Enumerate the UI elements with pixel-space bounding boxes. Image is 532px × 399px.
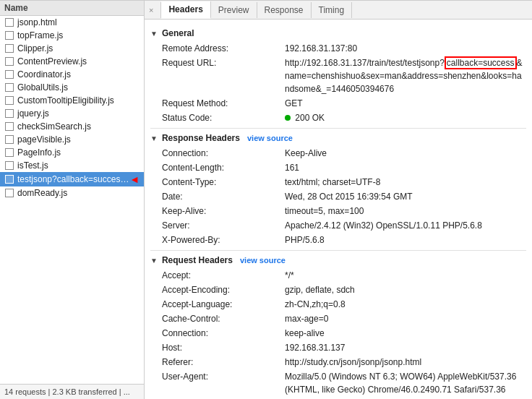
file-name: jsonp.html [17, 17, 57, 27]
file-item[interactable]: checkSimSearch.js [0, 120, 144, 133]
main-container: Name jsonp.htmltopFrame.jsClipper.jsCont… [0, 0, 532, 399]
kv-val: timeout=5, max=100 [285, 205, 364, 218]
kv-val: Apache/2.4.12 (Win32) OpenSSL/1.0.11 PHP… [285, 219, 482, 232]
kv-row: Referer:http://study.cn/json/jsonp/jsonp… [150, 355, 526, 369]
kv-key: Accept-Encoding: [162, 283, 285, 296]
kv-val: 161 [285, 161, 299, 174]
response-headers-title: Response Headers [162, 133, 240, 143]
file-icon [4, 95, 14, 106]
kv-row: Accept:*/* [150, 268, 526, 283]
kv-row: Content-Length:161 [150, 160, 526, 175]
tab-response[interactable]: Response [257, 2, 312, 18]
file-item[interactable]: testjsonp?callback=success&n... ◄ [0, 172, 144, 186]
kv-row: Connection:Keep-Alive [150, 146, 526, 160]
right-panel: × Headers Preview Response Timing ▼ Gene… [145, 1, 532, 399]
tab-preview[interactable]: Preview [211, 2, 257, 18]
file-icon [4, 188, 14, 198]
kv-val: Wed, 28 Oct 2015 16:39:54 GMT [285, 190, 413, 203]
file-list-header: Name [0, 1, 144, 16]
content-area: ▼ General Remote Address: 192.168.31.137… [145, 20, 532, 399]
kv-row: Date:Wed, 28 Oct 2015 16:39:54 GMT [150, 189, 526, 204]
request-triangle: ▼ [150, 257, 158, 265]
file-item[interactable]: jsonp.html [0, 16, 144, 29]
file-icon [4, 30, 14, 40]
response-view-source-link[interactable]: view source [247, 134, 293, 142]
status-code-row: Status Code: 200 OK [150, 111, 526, 125]
response-headers-rows: Connection:Keep-AliveContent-Length:161C… [150, 146, 526, 247]
file-item[interactable]: jquery.js [0, 107, 144, 120]
kv-key: Content-Length: [162, 161, 285, 174]
file-icon [4, 43, 14, 53]
request-method-row: Request Method: GET [150, 96, 526, 111]
file-icon [4, 147, 14, 158]
tabs-bar: × Headers Preview Response Timing [145, 1, 532, 20]
file-name: Coordinator.js [17, 69, 71, 80]
file-item[interactable]: Clipper.js [0, 42, 144, 55]
remote-address-value: 192.168.31.137:80 [285, 42, 357, 55]
kv-row: Host:192.168.31.137 [150, 340, 526, 355]
file-item[interactable]: isTest.js [0, 159, 144, 172]
file-name: checkSimSearch.js [17, 121, 91, 132]
kv-key: Date: [162, 190, 285, 203]
kv-val: 192.168.31.137 [285, 341, 345, 354]
kv-key: Server: [162, 219, 285, 232]
file-icon [4, 160, 14, 171]
file-item[interactable]: pageVisible.js [0, 133, 144, 146]
kv-val: keep-alive [285, 327, 325, 340]
response-triangle: ▼ [150, 134, 158, 142]
kv-val: max-age=0 [285, 312, 328, 325]
kv-key: Referer: [162, 356, 285, 369]
kv-key: X-Powered-By: [162, 233, 285, 246]
kv-row: Accept-Encoding:gzip, deflate, sdch [150, 283, 526, 297]
file-item[interactable]: topFrame.js [0, 29, 144, 42]
kv-key: Cache-Control: [162, 312, 285, 325]
kv-row: Keep-Alive:timeout=5, max=100 [150, 204, 526, 218]
request-url-highlight: callback=success [445, 56, 517, 69]
kv-val: Mozilla/5.0 (Windows NT 6.3; WOW64) Appl… [285, 370, 526, 396]
kv-row: Cache-Control:max-age=0 [150, 312, 526, 326]
kv-row: Accept-Language:zh-CN,zh;q=0.8 [150, 297, 526, 312]
active-arrow-icon: ◄ [129, 173, 140, 185]
tab-close-btn[interactable]: × [145, 2, 161, 18]
file-item[interactable]: GlobalUtils.js [0, 81, 144, 94]
file-name: PageInfo.js [17, 147, 61, 158]
kv-val: PHP/5.6.8 [285, 233, 325, 246]
kv-key: User-Agent: [162, 370, 285, 396]
kv-val: http://study.cn/json/jsonp/jsonp.html [285, 356, 421, 369]
file-item[interactable]: CustomTooltipEligibility.js [0, 94, 144, 107]
close-icon[interactable]: × [149, 6, 153, 14]
request-url-row: Request URL: http://192.168.31.137/train… [150, 56, 526, 96]
response-headers-section-header: ▼ Response Headers view source [150, 133, 526, 143]
request-url-prefix: http://192.168.31.137/train/test/testjso… [285, 58, 445, 68]
tab-timing[interactable]: Timing [312, 2, 353, 18]
kv-key: Accept-Language: [162, 298, 285, 311]
kv-row: Server:Apache/2.4.12 (Win32) OpenSSL/1.0… [150, 218, 526, 233]
file-name: GlobalUtils.js [17, 82, 68, 93]
file-icon [4, 56, 14, 66]
kv-val: */* [285, 269, 294, 282]
file-item[interactable]: Coordinator.js [0, 68, 144, 81]
file-name: CustomTooltipEligibility.js [17, 95, 114, 106]
file-item[interactable]: PageInfo.js [0, 146, 144, 159]
file-name: Clipper.js [17, 43, 53, 53]
file-name: domReady.js [17, 188, 67, 198]
kv-key: Connection: [162, 147, 285, 160]
request-headers-rows: Accept:*/*Accept-Encoding:gzip, deflate,… [150, 268, 526, 397]
file-icon [4, 134, 14, 145]
kv-key: Accept: [162, 269, 285, 282]
status-green-dot [285, 115, 291, 121]
request-method-value: GET [285, 97, 303, 110]
file-name: ContentPreview.js [17, 56, 87, 66]
file-name: isTest.js [17, 160, 48, 171]
file-name: jquery.js [17, 108, 49, 119]
file-icon [4, 69, 14, 80]
kv-val: gzip, deflate, sdch [285, 283, 355, 296]
tab-headers[interactable]: Headers [161, 1, 210, 19]
request-headers-title: Request Headers [162, 255, 233, 265]
file-item[interactable]: ContentPreview.js [0, 55, 144, 68]
file-name: topFrame.js [17, 30, 63, 40]
file-item[interactable]: domReady.js [0, 186, 144, 200]
kv-row: Connection:keep-alive [150, 326, 526, 340]
footer-text: 14 requests | 2.3 KB transferred | ... [4, 387, 130, 396]
request-view-source-link[interactable]: view source [240, 256, 286, 265]
